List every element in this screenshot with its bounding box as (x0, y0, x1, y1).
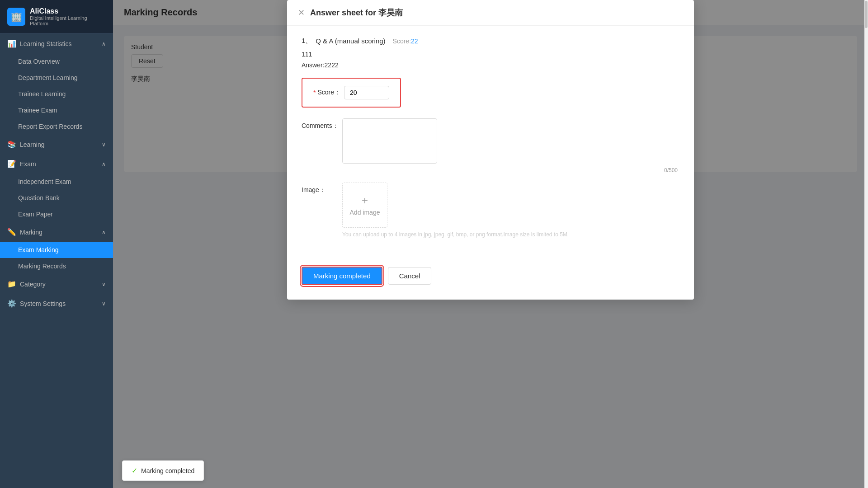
dialog-header: ✕ Answer sheet for 李昊南 (287, 0, 694, 26)
sidebar-item-exam-marking[interactable]: Exam Marking (0, 242, 113, 258)
answer-ref-value: 2222 (325, 61, 339, 69)
app-subtitle: Digital Intelligent Learning Platform (30, 15, 106, 26)
modal-overlay: ✕ Answer sheet for 李昊南 1、 Q & A (manual … (113, 0, 868, 488)
dialog-body: 1、 Q & A (manual scoring) Score:22 111 A… (287, 26, 694, 258)
sidebar-item-learning[interactable]: 📚 Learning ∨ (0, 135, 113, 154)
dialog-scrollbar[interactable] (864, 0, 868, 488)
sidebar-item-marking-records[interactable]: Marking Records (0, 258, 113, 274)
question-number: 1、 (302, 37, 312, 45)
close-icon[interactable]: ✕ (298, 8, 305, 18)
add-image-button[interactable]: + Add image (342, 183, 387, 228)
required-asterisk: * (313, 89, 316, 96)
sidebar-item-data-overview[interactable]: Data Overview (0, 53, 113, 70)
score-input[interactable] (344, 86, 389, 99)
sidebar-item-report-export-records[interactable]: Report Export Records (0, 118, 113, 135)
chevron-down-icon: ∨ (102, 281, 106, 287)
question-header: 1、 Q & A (manual scoring) Score:22 (302, 37, 679, 45)
app-name: AliClass (30, 7, 106, 15)
comments-textarea[interactable] (342, 118, 437, 164)
comments-row: Comments： 0/500 (302, 118, 679, 174)
dialog-title: Answer sheet for 李昊南 (310, 7, 403, 18)
chevron-up-icon: ∧ (102, 41, 106, 47)
chart-icon: 📊 (7, 39, 16, 48)
question-score-value: 22 (411, 38, 418, 45)
category-icon: 📁 (7, 280, 16, 288)
cancel-button[interactable]: Cancel (388, 267, 432, 285)
upload-hint: You can upload up to 4 images in jpg, jp… (342, 231, 569, 238)
sidebar-item-label: Category (20, 281, 102, 288)
sidebar-item-learning-statistics[interactable]: 📊 Learning Statistics ∧ (0, 34, 113, 53)
gear-icon: ⚙️ (7, 299, 16, 308)
exam-icon: 📝 (7, 160, 16, 168)
sidebar-item-trainee-learning[interactable]: Trainee Learning (0, 86, 113, 102)
dialog-footer: Marking completed Cancel (287, 258, 694, 300)
marking-completed-button[interactable]: Marking completed (302, 267, 382, 285)
answer-sheet-dialog: ✕ Answer sheet for 李昊南 1、 Q & A (manual … (287, 0, 694, 300)
chevron-up-icon: ∧ (102, 229, 106, 235)
chevron-up-icon: ∧ (102, 161, 106, 167)
answer-ref-label: Answer: (302, 61, 325, 69)
logo-icon: 🏢 (7, 8, 25, 26)
sidebar-item-system-settings[interactable]: ⚙️ System Settings ∨ (0, 294, 113, 313)
char-count: 0/500 (342, 167, 679, 174)
image-upload-area: + Add image You can upload up to 4 image… (342, 183, 569, 238)
sidebar: 🏢 AliClass Digital Intelligent Learning … (0, 0, 113, 488)
comments-wrapper: 0/500 (342, 118, 679, 174)
notification-bar: ✓ Marking completed (122, 460, 204, 481)
sidebar-item-independent-exam[interactable]: Independent Exam (0, 174, 113, 190)
sidebar-sections: 📊 Learning Statistics ∧ Data Overview De… (0, 34, 113, 313)
sidebar-item-label: System Settings (20, 300, 102, 307)
plus-icon: + (362, 194, 368, 207)
sidebar-item-category[interactable]: 📁 Category ∨ (0, 274, 113, 294)
book-icon: 📚 (7, 140, 16, 149)
image-row: Image： + Add image You can upload up to … (302, 183, 679, 238)
sidebar-item-marking[interactable]: ✏️ Marking ∧ (0, 222, 113, 242)
image-label: Image： (302, 183, 342, 194)
logo-symbol: 🏢 (11, 11, 22, 22)
comments-label: Comments： (302, 118, 342, 130)
answer-ref: Answer:2222 (302, 61, 679, 69)
answer-text: 111 (302, 51, 679, 58)
app-logo: 🏢 AliClass Digital Intelligent Learning … (0, 0, 113, 34)
score-field-label: Score： (317, 89, 340, 97)
sidebar-item-exam-paper[interactable]: Exam Paper (0, 206, 113, 222)
sidebar-item-label: Marking (20, 229, 102, 236)
sidebar-item-trainee-exam[interactable]: Trainee Exam (0, 102, 113, 118)
main-content: Marking Records Student Reset 李昊南 ✕ Answ… (113, 0, 868, 488)
sidebar-item-department-learning[interactable]: Department Learning (0, 70, 113, 86)
sidebar-item-question-bank[interactable]: Question Bank (0, 190, 113, 206)
sidebar-item-label: Exam (20, 160, 102, 168)
question-score-label: Score:22 (393, 38, 418, 45)
check-icon: ✓ (132, 466, 137, 475)
score-section: * Score： (302, 78, 401, 108)
chevron-down-icon: ∨ (102, 300, 106, 307)
logo-text: AliClass Digital Intelligent Learning Pl… (30, 7, 106, 26)
add-image-label: Add image (350, 209, 380, 216)
question-type: Q & A (manual scoring) (316, 37, 385, 45)
chevron-down-icon: ∨ (102, 141, 106, 148)
notification-text: Marking completed (141, 467, 194, 474)
sidebar-item-label: Learning Statistics (20, 40, 102, 47)
scrollbar-thumb[interactable] (865, 1, 868, 28)
sidebar-item-exam[interactable]: 📝 Exam ∧ (0, 154, 113, 174)
sidebar-item-label: Learning (20, 141, 102, 148)
marking-icon: ✏️ (7, 228, 16, 236)
